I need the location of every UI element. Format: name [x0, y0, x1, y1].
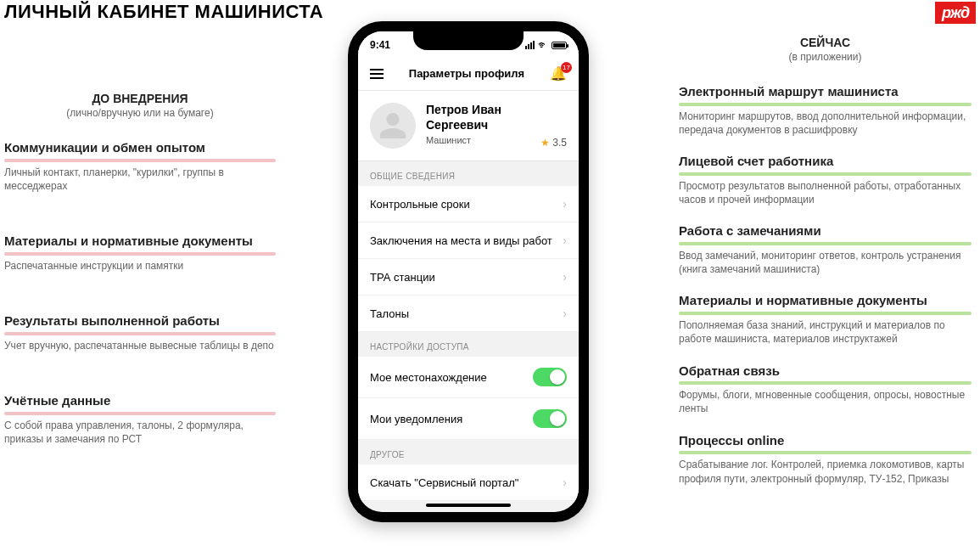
- right-item: Лицевой счет работника Просмотр результа…: [679, 154, 972, 206]
- page-title: ЛИЧНЫЙ КАБИНЕТ МАШИНИСТА: [4, 1, 323, 23]
- item-title: Материалы и нормативные документы: [679, 293, 972, 309]
- chevron-right-icon: ›: [563, 197, 567, 211]
- row-label: Заключения на места и виды работ: [370, 234, 552, 247]
- section-other-label: ДРУГОЕ: [358, 440, 579, 464]
- right-item: Процессы online Срабатывание лог. Контро…: [679, 433, 972, 486]
- item-desc: Распечатанные инструкции и памятки: [4, 259, 276, 273]
- left-item: Материалы и нормативные документы Распеч…: [4, 234, 276, 273]
- phone-mockup: 9:41 ᯤ Параметры профиля 🔔 17 Петров Ива…: [348, 21, 589, 522]
- item-desc: Просмотр результатов выполненной работы,…: [679, 179, 972, 206]
- item-desc: Форумы, блоги, мгновенные сообщения, опр…: [679, 388, 972, 415]
- status-time: 9:41: [370, 39, 390, 51]
- item-desc: Мониторинг маршрутов, ввод дополнительно…: [679, 110, 972, 137]
- item-title: Результаты выполненной работы: [4, 313, 276, 329]
- hamburger-icon[interactable]: [370, 69, 384, 79]
- item-desc: Срабатывание лог. Контролей, приемка лок…: [679, 458, 972, 485]
- avatar: [370, 103, 416, 149]
- row-label: ТРА станции: [370, 271, 435, 284]
- red-underline: [4, 252, 276, 256]
- screen-title: Параметры профиля: [409, 67, 524, 80]
- battery-icon: [552, 42, 567, 49]
- profile-rating: ★ 3.5: [540, 137, 567, 149]
- row-my-location[interactable]: Мое местонахождение: [358, 357, 579, 398]
- item-desc: Пополняемая база знаний, инструкций и ма…: [679, 318, 972, 346]
- right-item: Электронный маршрут машиниста Мониторинг…: [679, 84, 972, 137]
- item-desc: Ввод замечаний, мониторинг ответов, конт…: [679, 249, 972, 276]
- green-underline: [679, 381, 972, 385]
- left-col-sub: (лично/вручную или на бумаге): [4, 107, 276, 119]
- row-tra-station[interactable]: ТРА станции ›: [358, 259, 579, 296]
- item-title: Электронный маршрут машиниста: [679, 84, 972, 100]
- toggle-notifications[interactable]: [533, 409, 567, 428]
- row-work-conclusions[interactable]: Заключения на места и виды работ ›: [358, 222, 579, 259]
- item-desc: Личный контакт, планерки, "курилки", гру…: [4, 166, 276, 193]
- item-title: Учётные данные: [4, 393, 276, 409]
- green-underline: [679, 172, 972, 176]
- section-access-label: НАСТРОЙКИ ДОСТУПА: [358, 332, 579, 357]
- right-col-head: СЕЙЧАС: [679, 36, 972, 49]
- row-label: Скачать "Сервисный портал": [370, 476, 518, 489]
- left-item: Результаты выполненной работы Учет вручн…: [4, 313, 276, 352]
- left-item: Учётные данные С собой права управления,…: [4, 393, 276, 446]
- right-item: Работа с замечаниями Ввод замечаний, мон…: [679, 223, 972, 276]
- item-title: Коммуникации и обмен опытом: [4, 140, 276, 156]
- toggle-location[interactable]: [533, 368, 567, 386]
- item-desc: Учет вручную, распечатанные вывесные таб…: [4, 339, 276, 352]
- star-icon: ★: [540, 137, 550, 149]
- green-underline: [679, 103, 972, 106]
- green-underline: [679, 242, 972, 245]
- row-talons[interactable]: Талоны ›: [358, 296, 579, 332]
- wifi-icon: ᯤ: [538, 39, 548, 51]
- item-title: Процессы online: [679, 433, 972, 449]
- row-control-deadlines[interactable]: Контрольные сроки ›: [358, 186, 579, 222]
- signal-icon: [525, 41, 535, 49]
- rzd-logo: ржд: [935, 2, 976, 24]
- green-underline: [679, 312, 972, 315]
- row-label: Контрольные сроки: [370, 198, 470, 211]
- phone-notch: [413, 31, 524, 50]
- row-label: Мое местонахождение: [370, 371, 487, 384]
- row-my-notifications[interactable]: Мои уведомления: [358, 398, 579, 440]
- item-title: Материалы и нормативные документы: [4, 234, 276, 250]
- right-col-sub: (в приложении): [679, 51, 972, 63]
- avatar-placeholder-icon: [378, 110, 408, 141]
- home-indicator: [426, 504, 511, 507]
- red-underline: [4, 412, 276, 415]
- item-title: Лицевой счет работника: [679, 154, 972, 170]
- section-general-label: ОБЩИЕ СВЕДЕНИЯ: [358, 161, 579, 186]
- red-underline: [4, 332, 276, 335]
- left-col-head: ДО ВНЕДРЕНИЯ: [4, 92, 276, 105]
- row-label: Талоны: [370, 307, 409, 320]
- row-download-portal[interactable]: Скачать "Сервисный портал" ›: [358, 464, 579, 501]
- left-item: Коммуникации и обмен опытом Личный конта…: [4, 140, 276, 193]
- red-underline: [4, 159, 276, 162]
- chevron-right-icon: ›: [563, 270, 567, 284]
- rating-value: 3.5: [552, 137, 567, 149]
- right-item: Обратная связь Форумы, блоги, мгновенные…: [679, 363, 972, 416]
- item-desc: С собой права управления, талоны, 2 форм…: [4, 419, 276, 446]
- item-title: Обратная связь: [679, 363, 972, 380]
- right-item: Материалы и нормативные документы Пополн…: [679, 293, 972, 346]
- profile-name: Петров Иван Сергеевич: [426, 103, 545, 132]
- chevron-right-icon: ›: [563, 234, 567, 247]
- bell-badge: 17: [561, 62, 572, 73]
- row-label: Мои уведомления: [370, 413, 462, 425]
- notifications-bell-icon[interactable]: 🔔 17: [550, 65, 567, 82]
- chevron-right-icon: ›: [563, 476, 567, 489]
- green-underline: [679, 451, 972, 454]
- item-title: Работа с замечаниями: [679, 223, 972, 239]
- profile-card: Петров Иван Сергеевич Машинист ★ 3.5: [358, 91, 579, 161]
- chevron-right-icon: ›: [563, 307, 567, 320]
